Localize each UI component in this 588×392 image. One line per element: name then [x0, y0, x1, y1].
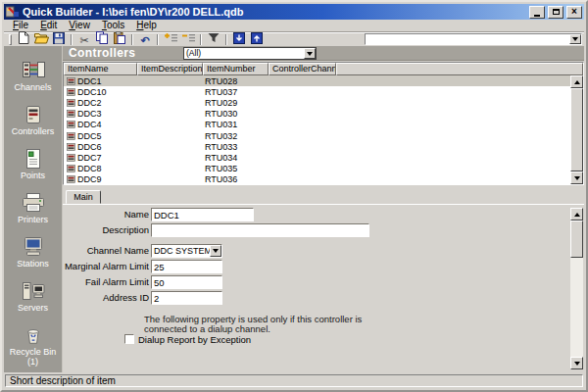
- sidebar-item-label: Controllers: [12, 126, 55, 136]
- column-header-controllerchann[interactable]: ControllerChann...: [269, 63, 336, 75]
- fail-alarm-limit-label: Fail Alarm Limit: [63, 275, 149, 289]
- table-body: DDC1RTU028DDC10RTU037DDC2RTU029DDC3RTU03…: [64, 75, 570, 184]
- controller-item-icon: [67, 121, 75, 128]
- scroll-down-icon[interactable]: [570, 172, 583, 184]
- description-field[interactable]: [151, 223, 369, 237]
- controller-item-icon: [67, 154, 75, 162]
- menu-tools[interactable]: Tools: [96, 20, 130, 31]
- column-header-itemname[interactable]: ItemName: [64, 63, 137, 75]
- chevron-down-icon[interactable]: [304, 48, 316, 59]
- remove-item-icon: [181, 32, 196, 47]
- controller-item-icon: [67, 175, 75, 183]
- cell-itemname: DDC2: [64, 98, 137, 108]
- table-scrollbar[interactable]: [570, 75, 583, 184]
- controllers-table: ItemNameItemDescriptionItemNumberControl…: [63, 62, 584, 185]
- sidebar-item-label: Channels: [14, 82, 51, 92]
- menu-view[interactable]: View: [63, 20, 96, 31]
- sidebar-item-stations[interactable]: Stations: [4, 235, 62, 279]
- cut-button[interactable]: ✂: [75, 33, 93, 46]
- item-name-text: DDC7: [77, 153, 102, 163]
- table-header: ItemNameItemDescriptionItemNumberControl…: [64, 63, 583, 75]
- sidebar-item-servers[interactable]: Servers: [4, 279, 62, 323]
- table-row[interactable]: DDC9RTU036: [64, 174, 570, 184]
- remove-item-button[interactable]: [179, 33, 197, 46]
- form-row-dialup-checkbox: Dialup Report by Exception: [63, 334, 568, 348]
- table-row[interactable]: DDC2RTU029: [64, 97, 570, 108]
- toolbar-separator: [200, 34, 202, 45]
- cell-itemname: DDC9: [64, 174, 137, 184]
- paste-icon: [114, 31, 125, 47]
- scroll-up-icon[interactable]: [570, 208, 583, 220]
- chevron-down-icon[interactable]: [569, 34, 581, 44]
- fail-alarm-limit-field[interactable]: [151, 275, 222, 289]
- toolbar-combobox[interactable]: [365, 33, 582, 45]
- table-row[interactable]: DDC7RTU034: [64, 152, 570, 163]
- menu-file[interactable]: File: [7, 20, 34, 31]
- table-row[interactable]: DDC8RTU035: [64, 164, 570, 174]
- open-folder-button[interactable]: [32, 33, 50, 46]
- paste-button[interactable]: [111, 33, 128, 46]
- recycle-bin-icon: [23, 323, 44, 347]
- chevron-down-icon[interactable]: [210, 245, 221, 257]
- cell-itemnumber: RTU031: [203, 120, 269, 129]
- save-button[interactable]: [50, 33, 68, 46]
- column-header-itemnumber[interactable]: ItemNumber: [203, 63, 269, 75]
- copy-icon: [96, 31, 108, 47]
- copy-button[interactable]: [93, 33, 111, 46]
- channel-name-select[interactable]: DDC SYSTEM: [151, 244, 222, 258]
- upload-button[interactable]: [248, 33, 266, 46]
- scroll-down-icon[interactable]: [570, 357, 583, 369]
- stations-icon: [22, 235, 45, 259]
- maximize-button[interactable]: [548, 6, 564, 19]
- filter-button[interactable]: [205, 33, 222, 46]
- name-field[interactable]: [151, 208, 254, 221]
- sidebar-item-points[interactable]: Points: [4, 147, 62, 191]
- table-row[interactable]: DDC5RTU032: [64, 130, 570, 141]
- add-item-button[interactable]: [162, 33, 179, 46]
- form-scrollbar[interactable]: [570, 208, 583, 369]
- upload-icon: [251, 32, 263, 47]
- marginal-alarm-limit-field[interactable]: [151, 260, 222, 273]
- cut-icon: ✂: [79, 32, 88, 47]
- filter-dropdown[interactable]: (All): [183, 47, 317, 60]
- table-scrollbar-thumb[interactable]: [570, 88, 583, 172]
- sidebar-item-recycle-bin[interactable]: Recycle Bin(1): [4, 323, 62, 368]
- open-folder-icon: [34, 32, 49, 47]
- close-icon: ×: [571, 7, 577, 17]
- channel-name-value: DDC SYSTEM: [152, 245, 210, 257]
- toolbar-separator: [131, 34, 133, 45]
- menu-edit[interactable]: Edit: [34, 20, 63, 31]
- table-row[interactable]: DDC6RTU033: [64, 141, 570, 152]
- undo-button[interactable]: ↶: [136, 33, 154, 46]
- status-text: Short description of item: [5, 374, 583, 387]
- sidebar-item-controllers[interactable]: Controllers: [4, 103, 62, 147]
- scroll-up-icon[interactable]: [570, 75, 583, 88]
- download-button[interactable]: [230, 33, 248, 46]
- address-id-field[interactable]: [151, 291, 222, 305]
- table-row[interactable]: DDC10RTU037: [64, 86, 570, 97]
- table-row[interactable]: DDC1RTU028: [64, 75, 570, 86]
- form-row-channel-name: Channel Name DDC SYSTEM: [63, 244, 568, 258]
- servers-icon: [21, 279, 46, 303]
- toolbar-separator: [71, 34, 73, 45]
- dialup-report-checkbox[interactable]: [124, 334, 134, 344]
- quick-builder-window: Quick Builder - I:\bei fen\DY\r200 DELL.…: [0, 0, 588, 392]
- minimize-button[interactable]: [529, 6, 545, 19]
- table-row[interactable]: DDC3RTU030: [64, 109, 570, 120]
- new-document-button[interactable]: [15, 33, 32, 46]
- menu-help[interactable]: Help: [130, 20, 163, 31]
- tab-main[interactable]: Main: [66, 190, 101, 204]
- cell-itemname: DDC6: [64, 142, 137, 152]
- close-button[interactable]: ×: [566, 6, 582, 19]
- item-name-text: DDC10: [77, 87, 107, 97]
- column-header-itemdescription[interactable]: ItemDescription: [137, 63, 203, 75]
- cell-itemnumber: RTU037: [203, 87, 269, 97]
- sidebar-item-channels[interactable]: Channels: [4, 59, 62, 103]
- form-scrollbar-thumb[interactable]: [570, 220, 583, 258]
- cell-itemname: DDC5: [64, 131, 137, 141]
- sidebar-item-badge: (1): [27, 357, 38, 367]
- table-row[interactable]: DDC4RTU031: [64, 120, 570, 130]
- item-name-text: DDC2: [77, 98, 102, 108]
- sidebar-item-printers[interactable]: Printers: [4, 191, 62, 235]
- controller-item-icon: [67, 99, 75, 107]
